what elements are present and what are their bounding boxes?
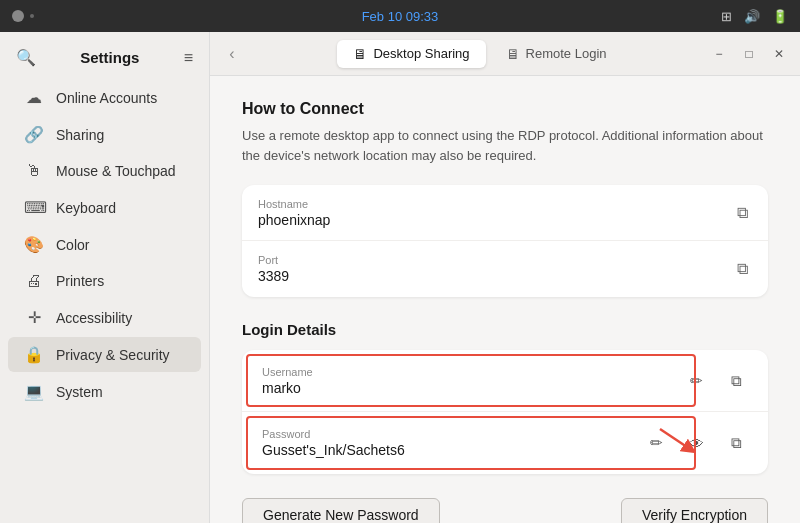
search-icon[interactable]: 🔍	[16, 48, 36, 67]
copy-port-button[interactable]: ⧉	[733, 256, 752, 282]
sidebar-item-label: Mouse & Touchpad	[56, 163, 176, 179]
sidebar-item-printers[interactable]: 🖨 Printers	[8, 264, 201, 298]
battery-icon: 🔋	[772, 9, 788, 24]
login-card: Username marko ✏ ⧉ Password Gusset's_Ink…	[242, 350, 768, 474]
sidebar-item-color[interactable]: 🎨 Color	[8, 227, 201, 262]
maximize-button[interactable]: □	[736, 41, 762, 67]
port-row: Port 3389 ⧉	[242, 241, 768, 297]
password-value: Gusset's_Ink/Sachets6	[262, 442, 640, 458]
back-button[interactable]: ‹	[218, 40, 246, 68]
password-label: Password	[262, 428, 640, 440]
window-controls: − □ ✕	[706, 41, 792, 67]
sidebar-item-accessibility[interactable]: ✛ Accessibility	[8, 300, 201, 335]
username-content: Username marko	[258, 366, 680, 396]
sidebar-item-label: Printers	[56, 273, 104, 289]
copy-hostname-button[interactable]: ⧉	[733, 200, 752, 226]
username-value: marko	[262, 380, 680, 396]
tabs-container: 🖥 Desktop Sharing 🖥 Remote Login	[254, 40, 706, 68]
bottom-bar: Generate New Password Verify Encryption	[242, 498, 768, 523]
tabbar: ‹ 🖥 Desktop Sharing 🖥 Remote Login − □ ✕	[210, 32, 800, 76]
connection-info-card: Hostname phoenixnap ⧉ Port 3389 ⧉	[242, 185, 768, 297]
sidebar-item-label: Accessibility	[56, 310, 132, 326]
verify-encryption-button[interactable]: Verify Encryption	[621, 498, 768, 523]
close-button[interactable]: ✕	[766, 41, 792, 67]
username-label: Username	[262, 366, 680, 378]
sidebar-item-online-accounts[interactable]: ☁ Online Accounts	[8, 80, 201, 115]
sidebar-item-label: Online Accounts	[56, 90, 157, 106]
hostname-row: Hostname phoenixnap ⧉	[242, 185, 768, 241]
printer-icon: 🖨	[24, 272, 44, 290]
tab-remote-login[interactable]: 🖥 Remote Login	[490, 40, 623, 68]
sidebar-item-label: Privacy & Security	[56, 347, 170, 363]
sidebar-item-privacy-security[interactable]: 🔒 Privacy & Security	[8, 337, 201, 372]
menu-icon[interactable]: ≡	[184, 49, 193, 67]
password-actions: ✏ 👁 ⧉	[640, 427, 752, 459]
content-area: ‹ 🖥 Desktop Sharing 🖥 Remote Login − □ ✕	[210, 32, 800, 523]
port-label: Port	[258, 254, 733, 266]
port-content: Port 3389	[258, 254, 733, 284]
cloud-icon: ☁	[24, 88, 44, 107]
tab-desktop-sharing[interactable]: 🖥 Desktop Sharing	[337, 40, 485, 68]
share-icon: 🔗	[24, 125, 44, 144]
mouse-icon: 🖱	[24, 162, 44, 180]
username-actions: ✏ ⧉	[680, 365, 752, 397]
how-to-connect-title: How to Connect	[242, 100, 768, 118]
how-to-connect-desc: Use a remote desktop app to connect usin…	[242, 126, 768, 165]
generate-password-button[interactable]: Generate New Password	[242, 498, 440, 523]
system-icon: 💻	[24, 382, 44, 401]
remote-login-icon: 🖥	[506, 46, 520, 62]
username-row: Username marko ✏ ⧉	[242, 350, 768, 412]
lock-icon: 🔒	[24, 345, 44, 364]
traffic-dot	[30, 14, 34, 18]
titlebar: Feb 10 09:33 ⊞ 🔊 🔋	[0, 0, 800, 32]
sidebar-item-label: Color	[56, 237, 89, 253]
minimize-button[interactable]: −	[706, 41, 732, 67]
titlebar-right: ⊞ 🔊 🔋	[721, 9, 788, 24]
sidebar-item-sharing[interactable]: 🔗 Sharing	[8, 117, 201, 152]
copy-username-button[interactable]: ⧉	[720, 365, 752, 397]
hostname-content: Hostname phoenixnap	[258, 198, 733, 228]
password-row: Password Gusset's_Ink/Sachets6 ✏	[242, 412, 768, 474]
sidebar-item-label: Keyboard	[56, 200, 116, 216]
toggle-password-visibility-button[interactable]: 👁	[680, 427, 712, 459]
sidebar-item-label: System	[56, 384, 103, 400]
keyboard-icon: ⌨	[24, 198, 44, 217]
desktop-sharing-icon: 🖥	[353, 46, 367, 62]
sidebar: 🔍 Settings ≡ ☁ Online Accounts 🔗 Sharing…	[0, 32, 210, 523]
port-value: 3389	[258, 268, 733, 284]
titlebar-left	[12, 10, 34, 22]
sidebar-item-keyboard[interactable]: ⌨ Keyboard	[8, 190, 201, 225]
sidebar-item-label: Sharing	[56, 127, 104, 143]
password-content: Password Gusset's_Ink/Sachets6	[258, 428, 640, 458]
sidebar-header: 🔍 Settings ≡	[0, 40, 209, 79]
hostname-label: Hostname	[258, 198, 733, 210]
traffic-light-1	[12, 10, 24, 22]
main-window: 🔍 Settings ≡ ☁ Online Accounts 🔗 Sharing…	[0, 32, 800, 523]
edit-username-button[interactable]: ✏	[680, 365, 712, 397]
sidebar-item-mouse-touchpad[interactable]: 🖱 Mouse & Touchpad	[8, 154, 201, 188]
hostname-value: phoenixnap	[258, 212, 733, 228]
sidebar-item-system[interactable]: 💻 System	[8, 374, 201, 409]
network-icon: ⊞	[721, 9, 732, 24]
sidebar-title: Settings	[80, 49, 139, 66]
edit-password-button[interactable]: ✏	[640, 427, 672, 459]
color-icon: 🎨	[24, 235, 44, 254]
titlebar-datetime: Feb 10 09:33	[362, 9, 439, 24]
login-details-title: Login Details	[242, 321, 768, 338]
main-content: How to Connect Use a remote desktop app …	[210, 76, 800, 523]
volume-icon: 🔊	[744, 9, 760, 24]
accessibility-icon: ✛	[24, 308, 44, 327]
copy-password-button[interactable]: ⧉	[720, 427, 752, 459]
